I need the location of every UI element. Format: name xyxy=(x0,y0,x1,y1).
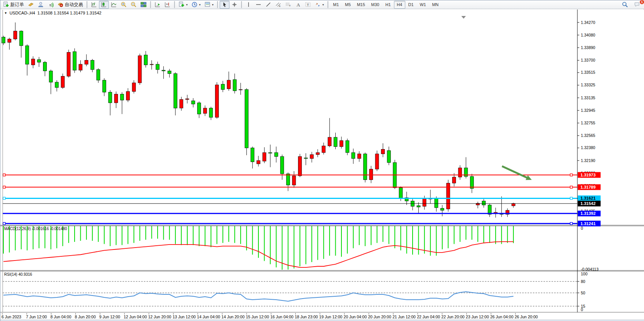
channel-button[interactable]: E xyxy=(273,1,283,9)
vertical-line-icon xyxy=(245,2,252,8)
timeframe-button-m30[interactable]: M30 xyxy=(368,1,382,9)
time-tick-label: 26 Jun 04:00 xyxy=(490,315,513,319)
time-tick-label: 8 Jun 20:00 xyxy=(75,315,96,319)
timeframe-button-w1[interactable]: W1 xyxy=(417,1,429,9)
fibonacci-button[interactable]: F xyxy=(283,1,293,9)
time-tick-label: 12 Jun 20:00 xyxy=(148,315,171,319)
horizontal-line-button[interactable] xyxy=(253,1,263,9)
chart-area[interactable]: MACD(12,26,9) -0.001616 -0.001480RSI(14)… xyxy=(0,0,644,321)
candle xyxy=(203,108,207,113)
new-order-button[interactable]: 新订单 xyxy=(1,1,26,9)
candle xyxy=(233,79,236,91)
svg-text:A: A xyxy=(296,2,300,8)
crosshair-icon xyxy=(231,2,238,8)
timeframe-button-m15[interactable]: M15 xyxy=(354,1,368,9)
hline-anchor[interactable] xyxy=(570,174,572,176)
vertical-line-button[interactable] xyxy=(244,1,253,9)
candle xyxy=(316,153,319,154)
community-button[interactable]: 1 xyxy=(632,1,642,9)
autotrading-button-label: 自动交易 xyxy=(65,2,83,8)
timeframe-button-h4[interactable]: H4 xyxy=(394,1,405,9)
tile-windows-icon xyxy=(140,2,147,8)
price-tick-label: 1.32380 xyxy=(581,145,595,150)
dropdown-arrow-icon[interactable]: ▾ xyxy=(186,3,188,6)
dropdown-arrow-icon[interactable]: ▾ xyxy=(322,3,324,6)
hline-anchor[interactable] xyxy=(570,197,572,199)
candle xyxy=(298,157,302,176)
candle xyxy=(150,64,153,65)
candle xyxy=(310,154,314,158)
indicators-button[interactable]: ▾ xyxy=(177,1,190,9)
price-tick-label: 1.32190 xyxy=(581,158,595,163)
candle xyxy=(156,64,159,70)
line-chart-mode-button[interactable] xyxy=(109,1,119,9)
arrows-button[interactable]: ▾ xyxy=(313,1,326,9)
profile-button[interactable] xyxy=(36,1,46,9)
crosshair-button[interactable] xyxy=(230,1,239,9)
hline-anchor[interactable] xyxy=(570,186,572,188)
chart-shift-button[interactable] xyxy=(163,1,172,9)
zoom-out-button[interactable] xyxy=(129,1,139,9)
timeframe-button-mn[interactable]: MN xyxy=(429,1,442,9)
text-label-button[interactable]: T xyxy=(303,1,313,9)
candle xyxy=(102,80,106,92)
candle xyxy=(357,154,361,159)
timeframe-button-m5[interactable]: M5 xyxy=(342,1,354,9)
gold-chisel-button[interactable] xyxy=(26,1,36,9)
candle xyxy=(458,168,462,177)
candle xyxy=(328,137,331,146)
candlestick-mode-button[interactable] xyxy=(99,1,109,9)
price-tick-label: 1.33325 xyxy=(581,83,595,87)
time-tick-label: 22 Jun 04:00 xyxy=(417,315,440,319)
hline-anchor[interactable] xyxy=(3,197,5,199)
bar-chart-mode-button[interactable] xyxy=(89,1,99,9)
timeframe-button-d1[interactable]: D1 xyxy=(405,1,417,9)
timeframe-button-h1[interactable]: H1 xyxy=(382,1,394,9)
notification-badge: 1 xyxy=(639,0,644,5)
candle xyxy=(26,46,29,64)
trendline-button[interactable] xyxy=(263,1,273,9)
timeframe-button-m1[interactable]: M1 xyxy=(330,1,342,9)
chart-ohlc-values: 1.31508 1.31554 1.31479 1.31542 xyxy=(37,11,101,15)
rsi-axis-label: 80 xyxy=(581,279,585,284)
time-tick-label: 14 Jun 20:00 xyxy=(222,315,245,319)
text-button[interactable]: A xyxy=(293,1,303,9)
hline-anchor[interactable] xyxy=(570,222,572,225)
hline-anchor[interactable] xyxy=(3,174,5,176)
tile-windows-button[interactable] xyxy=(139,1,148,9)
templates-button[interactable]: ▾ xyxy=(202,1,215,9)
horizontal-line-icon xyxy=(255,2,261,8)
time-tick-label: 13 Jun 12:00 xyxy=(172,315,196,319)
periods-button[interactable]: ▾ xyxy=(190,1,202,9)
hline-anchor[interactable] xyxy=(3,186,5,188)
autotrading-button[interactable]: 自动交易 xyxy=(56,1,85,9)
candle xyxy=(198,103,201,114)
candle xyxy=(346,141,349,153)
candle xyxy=(31,59,35,65)
candle xyxy=(174,73,177,108)
cursor-button[interactable] xyxy=(220,1,230,9)
chart-title-row: ▼ USDCAD-,H4 1.31508 1.31554 1.31479 1.3… xyxy=(4,11,101,15)
candle xyxy=(399,188,402,199)
candle xyxy=(180,99,183,108)
signals-button[interactable] xyxy=(46,1,56,9)
auto-scroll-button[interactable] xyxy=(153,1,163,9)
clock-icon xyxy=(191,2,198,8)
candle xyxy=(138,56,142,83)
macd-min-label: -0.004113 xyxy=(581,267,599,272)
candle xyxy=(85,60,88,64)
candle xyxy=(8,39,11,43)
candle xyxy=(61,76,64,87)
hline-anchor[interactable] xyxy=(3,222,5,225)
chart-menu-arrow-icon[interactable]: ▼ xyxy=(4,11,7,15)
price-tick-label: 1.34080 xyxy=(581,33,595,37)
bar-chart-icon xyxy=(91,2,97,8)
candle xyxy=(375,154,379,169)
chart-shift-icon xyxy=(164,2,171,8)
candle xyxy=(482,201,485,205)
dropdown-arrow-icon[interactable]: ▾ xyxy=(199,3,201,6)
search-button[interactable] xyxy=(620,1,630,9)
dropdown-arrow-icon[interactable]: ▾ xyxy=(212,3,214,6)
toolbar-separator xyxy=(327,1,329,8)
zoom-in-button[interactable] xyxy=(119,1,129,9)
